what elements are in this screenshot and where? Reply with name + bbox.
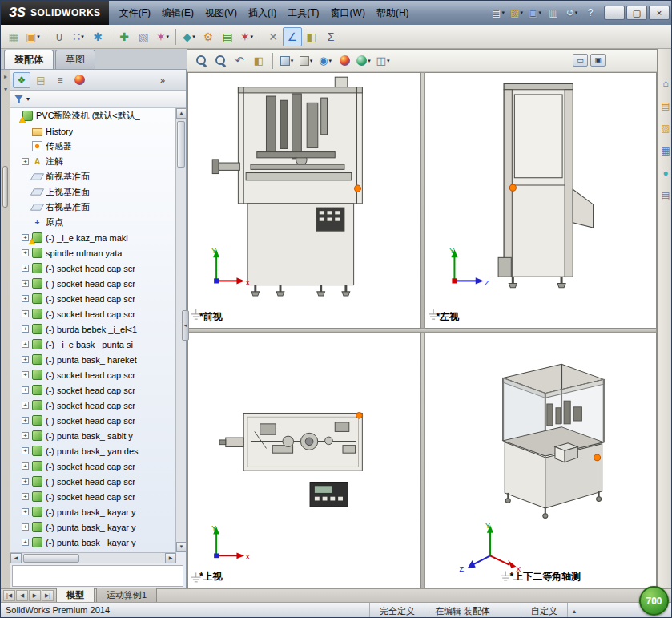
tree-item[interactable]: 右视基准面 (10, 200, 176, 215)
scroll-left-icon[interactable]: ◀ (10, 553, 22, 563)
expand-toggle-icon[interactable]: + (22, 539, 29, 546)
tree-item[interactable]: +A注解 (10, 154, 176, 169)
tree-item[interactable]: +原点 (10, 215, 176, 230)
displaymanager-icon[interactable] (70, 72, 88, 88)
print-icon[interactable]: ▥ (545, 4, 562, 22)
menu-item[interactable]: 视图(V) (199, 3, 243, 23)
tree-item[interactable]: 前视基准面 (10, 169, 176, 184)
featuremanager-tree-icon[interactable]: ❖ (13, 72, 30, 88)
viewport-top[interactable]: Y X *上视 (187, 333, 421, 589)
selection-point[interactable] (355, 185, 361, 192)
tree-item[interactable]: +(-) socket head cap scr (10, 413, 176, 428)
reference-geometry-icon[interactable]: ◆▾ (179, 27, 199, 46)
expand-toggle-icon[interactable]: + (22, 295, 29, 302)
scroll-right-icon[interactable]: ▶ (165, 553, 176, 563)
expand-toggle-icon[interactable]: + (22, 478, 29, 485)
menu-item[interactable]: 帮助(H) (371, 3, 415, 23)
collapsed-toolbar-icon[interactable]: ▾ (2, 86, 10, 95)
expand-toggle-icon[interactable]: + (22, 265, 29, 272)
expand-toggle-icon[interactable]: + (22, 310, 29, 317)
top-view-drawing[interactable]: Y X (188, 333, 420, 588)
selection-point[interactable] (594, 454, 600, 461)
tree-item[interactable]: +(-) punta bask_ hareket (10, 352, 176, 367)
interference-detection-icon[interactable]: ✕ (264, 27, 283, 46)
expand-toggle-icon[interactable]: + (22, 417, 29, 424)
featuremanager-filter[interactable]: ▾ (10, 91, 186, 108)
view-palette-icon[interactable]: ▦ (659, 143, 672, 157)
save-icon[interactable]: ▣▾ (526, 4, 544, 22)
tree-item[interactable]: +(-) socket head cap scr (10, 382, 176, 398)
next-tab-button[interactable]: ▶ (29, 590, 41, 601)
custom-properties-icon[interactable]: ▤ (659, 188, 672, 202)
expand-toggle-icon[interactable]: + (22, 341, 29, 348)
tree-item[interactable]: +(-) punta bask_ kayar y (10, 504, 176, 519)
tree-item[interactable]: +(-) _i_e kaz_ma maki (10, 230, 176, 245)
side-scroll-thumb[interactable] (2, 166, 8, 208)
assembly-tools-icon[interactable]: ▦ (4, 27, 23, 46)
tree-item[interactable]: +(-) _i_e bask_ punta si (10, 337, 176, 352)
menu-item[interactable]: 编辑(E) (156, 3, 199, 23)
left-view-drawing[interactable]: Y Z (425, 73, 657, 328)
panel-splitter-handle[interactable]: ◂ (182, 310, 189, 341)
tree-item[interactable]: +(-) punta bask_ yan des (10, 443, 176, 458)
tree-item[interactable]: +(-) burda bebek _i_el<1 (10, 321, 176, 337)
tab-motion-study[interactable]: 运动算例1 (96, 588, 157, 602)
viewport-isometric[interactable]: Y X Z *上下二等角轴测 (425, 333, 658, 589)
restore-document-button[interactable]: ▣ (590, 54, 606, 67)
maximize-button[interactable]: ▢ (626, 6, 647, 20)
selection-point[interactable] (509, 184, 516, 191)
previous-view-icon[interactable]: ↶ (231, 51, 248, 71)
tree-item[interactable]: +(-) punta bask_ sabit y (10, 428, 176, 443)
tree-item[interactable]: +(-) socket head cap scr (10, 367, 176, 382)
zoom-fit-icon[interactable] (192, 51, 210, 71)
expand-toggle-icon[interactable]: + (22, 462, 29, 470)
expand-toggle-icon[interactable]: + (22, 371, 29, 378)
collapsed-toolbar-icon[interactable]: ▸ (2, 73, 10, 83)
expand-toggle-icon[interactable]: + (22, 432, 29, 439)
tab-sketch[interactable]: 草图 (55, 50, 95, 69)
new-document-icon[interactable]: ▤▾ (489, 4, 507, 22)
isometric-view-drawing[interactable]: Y X Z (425, 333, 657, 588)
move-component-icon[interactable]: ✚ (115, 27, 134, 46)
viewport-front[interactable]: Y X *前视 (187, 72, 421, 329)
expand-toggle-icon[interactable]: + (22, 508, 29, 515)
design-library-icon[interactable]: ▤ (659, 99, 672, 112)
tree-item[interactable]: +(-) socket head cap scr (10, 474, 176, 489)
expand-toggle-icon[interactable]: + (22, 493, 29, 500)
tree-item[interactable]: +spindle rulman yata (10, 245, 176, 261)
scroll-thumb[interactable] (177, 121, 185, 168)
menu-item[interactable]: 插入(I) (243, 3, 282, 23)
expand-toggle-icon[interactable]: + (22, 234, 29, 241)
exploded-view-icon[interactable]: ✶▾ (237, 27, 256, 46)
help-icon[interactable]: ? (581, 4, 599, 22)
apply-scene-icon[interactable]: ▾ (355, 51, 372, 71)
bill-of-materials-icon[interactable]: ▤ (218, 27, 237, 46)
tree-item[interactable]: History (10, 123, 176, 139)
tab-model[interactable]: 模型 (56, 588, 95, 602)
selection-point[interactable] (356, 412, 363, 418)
measure-icon[interactable]: ∠ (283, 27, 302, 46)
tree-item[interactable]: +(-) socket head cap scr (10, 306, 176, 321)
show-hidden-components-icon[interactable]: ▧ (134, 27, 153, 46)
tree-item[interactable]: +(-) socket head cap scr (10, 276, 176, 291)
tree-item[interactable]: 传感器 (10, 139, 176, 154)
expand-toggle-icon[interactable]: + (22, 447, 29, 454)
expand-toggle-icon[interactable]: + (22, 356, 29, 363)
scroll-up-icon[interactable]: ▲ (176, 108, 187, 119)
expand-toggle-icon[interactable]: + (22, 325, 29, 333)
tree-item[interactable]: +(-) socket head cap scr (10, 291, 176, 306)
display-style-icon[interactable]: ▾ (297, 51, 315, 71)
viewport-left[interactable]: Y Z *左视 (425, 72, 658, 329)
appearances-icon[interactable]: ● (659, 166, 672, 180)
assembly-features-icon[interactable]: ✶▾ (153, 27, 172, 46)
expand-toggle-icon[interactable]: + (22, 280, 29, 287)
flyout-expand-icon[interactable]: » (157, 75, 168, 86)
status-custom[interactable]: 自定义 (521, 603, 567, 618)
expand-toggle-icon[interactable]: + (22, 523, 29, 531)
menu-item[interactable]: 窗口(W) (325, 3, 371, 23)
tree-item[interactable]: +(-) socket head cap scr (10, 261, 176, 276)
tree-item[interactable]: +(-) socket head cap scr (10, 398, 176, 413)
minimize-document-button[interactable]: ▭ (573, 54, 588, 67)
scroll-down-icon[interactable]: ▼ (176, 542, 187, 552)
section-properties-icon[interactable]: ◧ (302, 27, 321, 46)
